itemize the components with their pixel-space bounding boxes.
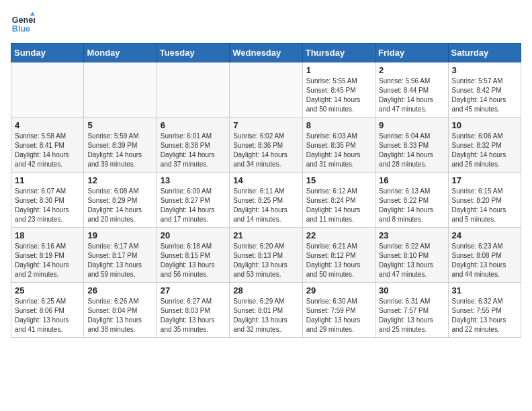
day-number: 12 [87,175,152,185]
day-number: 11 [15,175,80,185]
calendar-cell: 16Sunrise: 6:13 AM Sunset: 8:22 PM Dayli… [375,173,448,228]
day-number: 7 [233,120,298,130]
day-number: 5 [87,120,152,130]
calendar-cell: 26Sunrise: 6:26 AM Sunset: 8:04 PM Dayli… [84,283,157,338]
day-number: 26 [87,285,152,295]
day-info: Sunrise: 6:21 AM Sunset: 8:12 PM Dayligh… [306,242,371,279]
calendar-cell: 9Sunrise: 6:04 AM Sunset: 8:33 PM Daylig… [375,118,448,173]
weekday-monday: Monday [84,44,157,62]
day-number: 21 [233,230,298,240]
calendar-cell: 2Sunrise: 5:56 AM Sunset: 8:44 PM Daylig… [375,62,448,118]
day-info: Sunrise: 6:26 AM Sunset: 8:04 PM Dayligh… [87,297,152,334]
calendar-cell: 31Sunrise: 6:32 AM Sunset: 7:55 PM Dayli… [448,283,521,338]
day-number: 28 [233,285,298,295]
calendar-cell [11,62,84,118]
calendar-cell: 4Sunrise: 5:58 AM Sunset: 8:41 PM Daylig… [11,118,84,173]
week-row-4: 18Sunrise: 6:16 AM Sunset: 8:19 PM Dayli… [11,228,521,283]
day-info: Sunrise: 6:32 AM Sunset: 7:55 PM Dayligh… [452,297,517,334]
svg-text:Blue: Blue [12,24,30,34]
calendar-cell: 12Sunrise: 6:08 AM Sunset: 8:29 PM Dayli… [84,173,157,228]
day-info: Sunrise: 6:30 AM Sunset: 7:59 PM Dayligh… [306,297,371,334]
logo: General Blue [11,11,38,35]
day-info: Sunrise: 6:11 AM Sunset: 8:25 PM Dayligh… [233,187,298,224]
day-info: Sunrise: 6:12 AM Sunset: 8:24 PM Dayligh… [306,187,371,224]
weekday-saturday: Saturday [448,44,521,62]
calendar-cell: 22Sunrise: 6:21 AM Sunset: 8:12 PM Dayli… [302,228,375,283]
day-number: 13 [161,175,226,185]
day-number: 3 [452,65,517,75]
calendar-cell: 25Sunrise: 6:25 AM Sunset: 8:06 PM Dayli… [11,283,84,338]
calendar-cell: 29Sunrise: 6:30 AM Sunset: 7:59 PM Dayli… [302,283,375,338]
day-info: Sunrise: 6:04 AM Sunset: 8:33 PM Dayligh… [379,132,444,169]
week-row-2: 4Sunrise: 5:58 AM Sunset: 8:41 PM Daylig… [11,118,521,173]
calendar-cell: 18Sunrise: 6:16 AM Sunset: 8:19 PM Dayli… [11,228,84,283]
day-number: 19 [87,230,152,240]
day-number: 14 [233,175,298,185]
weekday-friday: Friday [375,44,448,62]
day-info: Sunrise: 5:59 AM Sunset: 8:39 PM Dayligh… [87,132,152,169]
weekday-thursday: Thursday [302,44,375,62]
day-info: Sunrise: 6:03 AM Sunset: 8:35 PM Dayligh… [306,132,371,169]
day-number: 25 [15,285,80,295]
day-info: Sunrise: 5:56 AM Sunset: 8:44 PM Dayligh… [379,77,444,114]
calendar-cell: 11Sunrise: 6:07 AM Sunset: 8:30 PM Dayli… [11,173,84,228]
day-number: 29 [306,285,371,295]
day-info: Sunrise: 6:16 AM Sunset: 8:19 PM Dayligh… [15,242,80,279]
calendar-cell: 3Sunrise: 5:57 AM Sunset: 8:42 PM Daylig… [448,62,521,118]
week-row-5: 25Sunrise: 6:25 AM Sunset: 8:06 PM Dayli… [11,283,521,338]
day-info: Sunrise: 6:15 AM Sunset: 8:20 PM Dayligh… [452,187,517,224]
calendar-cell: 5Sunrise: 5:59 AM Sunset: 8:39 PM Daylig… [84,118,157,173]
day-number: 10 [452,120,517,130]
day-info: Sunrise: 6:02 AM Sunset: 8:36 PM Dayligh… [233,132,298,169]
calendar-cell: 8Sunrise: 6:03 AM Sunset: 8:35 PM Daylig… [302,118,375,173]
day-number: 24 [452,230,517,240]
calendar-table: SundayMondayTuesdayWednesdayThursdayFrid… [11,43,521,338]
day-number: 16 [379,175,444,185]
calendar-cell: 6Sunrise: 6:01 AM Sunset: 8:38 PM Daylig… [157,118,229,173]
day-number: 2 [379,65,444,75]
day-number: 18 [15,230,80,240]
calendar-cell [230,62,302,118]
day-number: 17 [452,175,517,185]
day-info: Sunrise: 6:29 AM Sunset: 8:01 PM Dayligh… [233,297,298,334]
day-info: Sunrise: 6:25 AM Sunset: 8:06 PM Dayligh… [15,297,80,334]
day-info: Sunrise: 6:13 AM Sunset: 8:22 PM Dayligh… [379,187,444,224]
day-info: Sunrise: 6:06 AM Sunset: 8:32 PM Dayligh… [452,132,517,169]
day-number: 6 [161,120,226,130]
day-info: Sunrise: 6:27 AM Sunset: 8:03 PM Dayligh… [161,297,226,334]
day-info: Sunrise: 6:20 AM Sunset: 8:13 PM Dayligh… [233,242,298,279]
day-info: Sunrise: 6:09 AM Sunset: 8:27 PM Dayligh… [161,187,226,224]
weekday-sunday: Sunday [11,44,84,62]
calendar-cell: 27Sunrise: 6:27 AM Sunset: 8:03 PM Dayli… [157,283,229,338]
day-number: 31 [452,285,517,295]
svg-marker-2 [30,12,35,15]
day-number: 8 [306,120,371,130]
day-info: Sunrise: 6:18 AM Sunset: 8:15 PM Dayligh… [161,242,226,279]
logo-icon: General Blue [11,11,35,35]
weekday-header-row: SundayMondayTuesdayWednesdayThursdayFrid… [11,44,521,62]
calendar-cell: 23Sunrise: 6:22 AM Sunset: 8:10 PM Dayli… [375,228,448,283]
day-info: Sunrise: 6:23 AM Sunset: 8:08 PM Dayligh… [452,242,517,279]
weekday-wednesday: Wednesday [230,44,302,62]
day-info: Sunrise: 6:08 AM Sunset: 8:29 PM Dayligh… [87,187,152,224]
day-info: Sunrise: 5:55 AM Sunset: 8:45 PM Dayligh… [306,77,371,114]
calendar-body: 1Sunrise: 5:55 AM Sunset: 8:45 PM Daylig… [11,62,521,338]
day-info: Sunrise: 6:01 AM Sunset: 8:38 PM Dayligh… [161,132,226,169]
day-number: 27 [161,285,226,295]
day-number: 15 [306,175,371,185]
calendar-cell: 14Sunrise: 6:11 AM Sunset: 8:25 PM Dayli… [230,173,302,228]
day-info: Sunrise: 5:57 AM Sunset: 8:42 PM Dayligh… [452,77,517,114]
calendar-cell: 30Sunrise: 6:31 AM Sunset: 7:57 PM Dayli… [375,283,448,338]
day-number: 1 [306,65,371,75]
day-number: 20 [161,230,226,240]
day-info: Sunrise: 6:17 AM Sunset: 8:17 PM Dayligh… [87,242,152,279]
calendar-cell: 10Sunrise: 6:06 AM Sunset: 8:32 PM Dayli… [448,118,521,173]
calendar-cell: 19Sunrise: 6:17 AM Sunset: 8:17 PM Dayli… [84,228,157,283]
day-number: 30 [379,285,444,295]
week-row-3: 11Sunrise: 6:07 AM Sunset: 8:30 PM Dayli… [11,173,521,228]
day-info: Sunrise: 5:58 AM Sunset: 8:41 PM Dayligh… [15,132,80,169]
day-number: 23 [379,230,444,240]
day-number: 4 [15,120,80,130]
calendar-cell: 1Sunrise: 5:55 AM Sunset: 8:45 PM Daylig… [302,62,375,118]
calendar-cell: 17Sunrise: 6:15 AM Sunset: 8:20 PM Dayli… [448,173,521,228]
